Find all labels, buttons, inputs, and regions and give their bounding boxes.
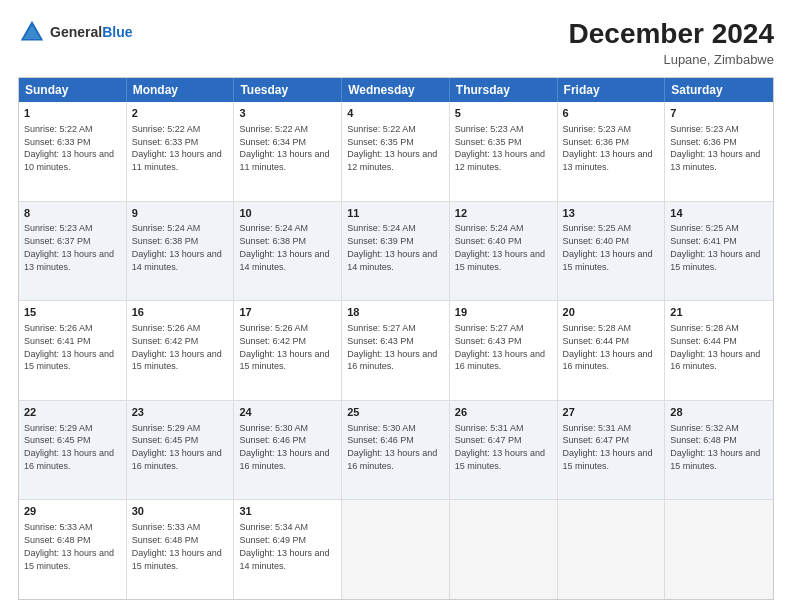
sunset-text: Sunset: 6:40 PM [563, 236, 630, 246]
daylight-text: Daylight: 13 hours and 11 minutes. [239, 149, 329, 172]
weekday-header-sunday: Sunday [19, 78, 127, 102]
sunset-text: Sunset: 6:34 PM [239, 137, 306, 147]
calendar-day-13: 13 Sunrise: 5:25 AM Sunset: 6:40 PM Dayl… [558, 202, 666, 301]
sunrise-text: Sunrise: 5:25 AM [670, 223, 739, 233]
calendar: SundayMondayTuesdayWednesdayThursdayFrid… [18, 77, 774, 600]
daylight-text: Daylight: 13 hours and 16 minutes. [670, 349, 760, 372]
day-number: 29 [24, 504, 121, 519]
sunset-text: Sunset: 6:48 PM [132, 535, 199, 545]
sunset-text: Sunset: 6:38 PM [132, 236, 199, 246]
day-number: 23 [132, 405, 229, 420]
daylight-text: Daylight: 13 hours and 15 minutes. [24, 548, 114, 571]
sunset-text: Sunset: 6:47 PM [455, 435, 522, 445]
day-number: 18 [347, 305, 444, 320]
day-number: 24 [239, 405, 336, 420]
daylight-text: Daylight: 13 hours and 15 minutes. [670, 249, 760, 272]
daylight-text: Daylight: 13 hours and 13 minutes. [24, 249, 114, 272]
calendar-day-24: 24 Sunrise: 5:30 AM Sunset: 6:46 PM Dayl… [234, 401, 342, 500]
calendar-day-20: 20 Sunrise: 5:28 AM Sunset: 6:44 PM Dayl… [558, 301, 666, 400]
calendar-day-9: 9 Sunrise: 5:24 AM Sunset: 6:38 PM Dayli… [127, 202, 235, 301]
day-number: 30 [132, 504, 229, 519]
sunset-text: Sunset: 6:44 PM [670, 336, 737, 346]
sunrise-text: Sunrise: 5:26 AM [239, 323, 308, 333]
daylight-text: Daylight: 13 hours and 15 minutes. [132, 349, 222, 372]
sunset-text: Sunset: 6:46 PM [347, 435, 414, 445]
sunset-text: Sunset: 6:45 PM [24, 435, 91, 445]
sunset-text: Sunset: 6:44 PM [563, 336, 630, 346]
sunrise-text: Sunrise: 5:27 AM [455, 323, 524, 333]
day-number: 19 [455, 305, 552, 320]
daylight-text: Daylight: 13 hours and 13 minutes. [670, 149, 760, 172]
sunset-text: Sunset: 6:41 PM [24, 336, 91, 346]
sunset-text: Sunset: 6:35 PM [347, 137, 414, 147]
calendar-row: 1 Sunrise: 5:22 AM Sunset: 6:33 PM Dayli… [19, 102, 773, 202]
empty-cell [342, 500, 450, 599]
calendar-day-17: 17 Sunrise: 5:26 AM Sunset: 6:42 PM Dayl… [234, 301, 342, 400]
calendar-row: 22 Sunrise: 5:29 AM Sunset: 6:45 PM Dayl… [19, 401, 773, 501]
daylight-text: Daylight: 13 hours and 14 minutes. [239, 249, 329, 272]
daylight-text: Daylight: 13 hours and 12 minutes. [347, 149, 437, 172]
month-title: December 2024 [569, 18, 774, 50]
sunrise-text: Sunrise: 5:28 AM [563, 323, 632, 333]
sunrise-text: Sunrise: 5:26 AM [132, 323, 201, 333]
calendar-day-23: 23 Sunrise: 5:29 AM Sunset: 6:45 PM Dayl… [127, 401, 235, 500]
calendar-day-19: 19 Sunrise: 5:27 AM Sunset: 6:43 PM Dayl… [450, 301, 558, 400]
day-number: 1 [24, 106, 121, 121]
sunset-text: Sunset: 6:48 PM [24, 535, 91, 545]
calendar-day-27: 27 Sunrise: 5:31 AM Sunset: 6:47 PM Dayl… [558, 401, 666, 500]
weekday-header-thursday: Thursday [450, 78, 558, 102]
calendar-day-4: 4 Sunrise: 5:22 AM Sunset: 6:35 PM Dayli… [342, 102, 450, 201]
sunrise-text: Sunrise: 5:25 AM [563, 223, 632, 233]
calendar-day-25: 25 Sunrise: 5:30 AM Sunset: 6:46 PM Dayl… [342, 401, 450, 500]
sunrise-text: Sunrise: 5:34 AM [239, 522, 308, 532]
day-number: 28 [670, 405, 768, 420]
sunrise-text: Sunrise: 5:31 AM [455, 423, 524, 433]
sunrise-text: Sunrise: 5:27 AM [347, 323, 416, 333]
daylight-text: Daylight: 13 hours and 14 minutes. [132, 249, 222, 272]
sunset-text: Sunset: 6:42 PM [239, 336, 306, 346]
sunrise-text: Sunrise: 5:24 AM [132, 223, 201, 233]
page: GeneralBlue December 2024 Lupane, Zimbab… [0, 0, 792, 612]
calendar-day-12: 12 Sunrise: 5:24 AM Sunset: 6:40 PM Dayl… [450, 202, 558, 301]
day-number: 3 [239, 106, 336, 121]
calendar-day-30: 30 Sunrise: 5:33 AM Sunset: 6:48 PM Dayl… [127, 500, 235, 599]
weekday-header-tuesday: Tuesday [234, 78, 342, 102]
sunset-text: Sunset: 6:40 PM [455, 236, 522, 246]
daylight-text: Daylight: 13 hours and 11 minutes. [132, 149, 222, 172]
logo-general: GeneralBlue [50, 23, 132, 41]
day-number: 9 [132, 206, 229, 221]
daylight-text: Daylight: 13 hours and 16 minutes. [24, 448, 114, 471]
sunrise-text: Sunrise: 5:23 AM [24, 223, 93, 233]
sunrise-text: Sunrise: 5:30 AM [347, 423, 416, 433]
day-number: 21 [670, 305, 768, 320]
calendar-day-8: 8 Sunrise: 5:23 AM Sunset: 6:37 PM Dayli… [19, 202, 127, 301]
day-number: 25 [347, 405, 444, 420]
day-number: 4 [347, 106, 444, 121]
daylight-text: Daylight: 13 hours and 15 minutes. [132, 548, 222, 571]
day-number: 16 [132, 305, 229, 320]
sunrise-text: Sunrise: 5:28 AM [670, 323, 739, 333]
header: GeneralBlue December 2024 Lupane, Zimbab… [18, 18, 774, 67]
calendar-day-2: 2 Sunrise: 5:22 AM Sunset: 6:33 PM Dayli… [127, 102, 235, 201]
empty-cell [558, 500, 666, 599]
sunrise-text: Sunrise: 5:23 AM [563, 124, 632, 134]
sunset-text: Sunset: 6:45 PM [132, 435, 199, 445]
daylight-text: Daylight: 13 hours and 15 minutes. [455, 249, 545, 272]
calendar-day-1: 1 Sunrise: 5:22 AM Sunset: 6:33 PM Dayli… [19, 102, 127, 201]
sunset-text: Sunset: 6:49 PM [239, 535, 306, 545]
daylight-text: Daylight: 13 hours and 16 minutes. [132, 448, 222, 471]
calendar-body: 1 Sunrise: 5:22 AM Sunset: 6:33 PM Dayli… [19, 102, 773, 599]
day-number: 12 [455, 206, 552, 221]
calendar-header: SundayMondayTuesdayWednesdayThursdayFrid… [19, 78, 773, 102]
sunrise-text: Sunrise: 5:31 AM [563, 423, 632, 433]
sunrise-text: Sunrise: 5:22 AM [132, 124, 201, 134]
sunrise-text: Sunrise: 5:24 AM [455, 223, 524, 233]
sunset-text: Sunset: 6:43 PM [455, 336, 522, 346]
calendar-day-5: 5 Sunrise: 5:23 AM Sunset: 6:35 PM Dayli… [450, 102, 558, 201]
sunrise-text: Sunrise: 5:32 AM [670, 423, 739, 433]
sunrise-text: Sunrise: 5:26 AM [24, 323, 93, 333]
day-number: 13 [563, 206, 660, 221]
daylight-text: Daylight: 13 hours and 10 minutes. [24, 149, 114, 172]
calendar-day-31: 31 Sunrise: 5:34 AM Sunset: 6:49 PM Dayl… [234, 500, 342, 599]
daylight-text: Daylight: 13 hours and 16 minutes. [455, 349, 545, 372]
